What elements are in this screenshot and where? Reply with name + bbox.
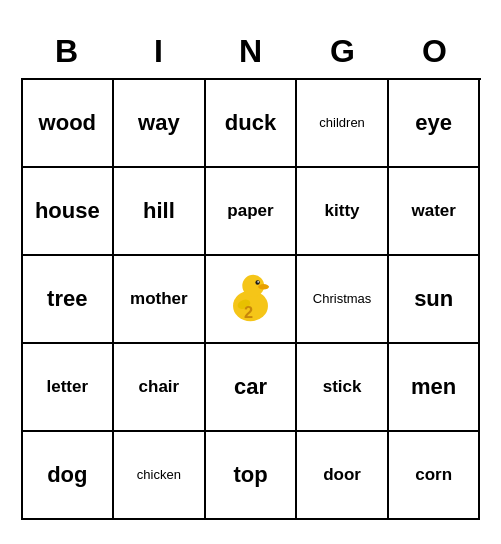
grid-cell: hill	[114, 168, 206, 256]
header-letter: G	[297, 25, 389, 78]
cell-text: eye	[415, 110, 452, 136]
duck-emoji: 2	[223, 265, 278, 333]
cell-text: tree	[47, 286, 87, 312]
cell-text: water	[411, 201, 455, 221]
cell-text: Christmas	[313, 291, 372, 306]
svg-point-2	[258, 284, 269, 289]
grid-cell: 2	[206, 256, 298, 344]
grid-cell: tree	[23, 256, 115, 344]
grid-cell: sun	[389, 256, 481, 344]
cell-text: men	[411, 374, 456, 400]
cell-text: house	[35, 198, 100, 224]
cell-text: corn	[415, 465, 452, 485]
grid-cell: car	[206, 344, 298, 432]
cell-text: duck	[225, 110, 276, 136]
grid-cell: kitty	[297, 168, 389, 256]
grid-cell: door	[297, 432, 389, 520]
grid-cell: letter	[23, 344, 115, 432]
cell-text: letter	[47, 377, 89, 397]
grid-cell: house	[23, 168, 115, 256]
grid-cell: stick	[297, 344, 389, 432]
grid-cell: chair	[114, 344, 206, 432]
cell-text: mother	[130, 289, 188, 309]
header-letter: B	[21, 25, 113, 78]
cell-text: sun	[414, 286, 453, 312]
header-letter: N	[205, 25, 297, 78]
cell-text: car	[234, 374, 267, 400]
grid-cell: paper	[206, 168, 298, 256]
bingo-grid: woodwayduckchildreneyehousehillpaperkitt…	[21, 78, 481, 520]
cell-text: door	[323, 465, 361, 485]
grid-cell: way	[114, 80, 206, 168]
cell-text: stick	[323, 377, 362, 397]
cell-text: wood	[39, 110, 96, 136]
grid-cell: chicken	[114, 432, 206, 520]
grid-cell: men	[389, 344, 481, 432]
grid-cell: dog	[23, 432, 115, 520]
bingo-card: BINGO woodwayduckchildreneyehousehillpap…	[11, 15, 491, 530]
grid-cell: corn	[389, 432, 481, 520]
header-letter: I	[113, 25, 205, 78]
grid-cell: top	[206, 432, 298, 520]
bingo-header: BINGO	[21, 25, 481, 78]
svg-text:2: 2	[244, 303, 253, 321]
cell-text: chair	[139, 377, 180, 397]
grid-cell: wood	[23, 80, 115, 168]
cell-text: top	[233, 462, 267, 488]
cell-text: hill	[143, 198, 175, 224]
cell-text: children	[319, 115, 365, 130]
svg-point-4	[257, 281, 259, 283]
cell-text: chicken	[137, 467, 181, 482]
grid-cell: water	[389, 168, 481, 256]
header-letter: O	[389, 25, 481, 78]
grid-cell: children	[297, 80, 389, 168]
cell-text: dog	[47, 462, 87, 488]
cell-text: kitty	[325, 201, 360, 221]
grid-cell: mother	[114, 256, 206, 344]
grid-cell: eye	[389, 80, 481, 168]
grid-cell: Christmas	[297, 256, 389, 344]
cell-text: paper	[227, 201, 273, 221]
grid-cell: duck	[206, 80, 298, 168]
cell-text: way	[138, 110, 180, 136]
